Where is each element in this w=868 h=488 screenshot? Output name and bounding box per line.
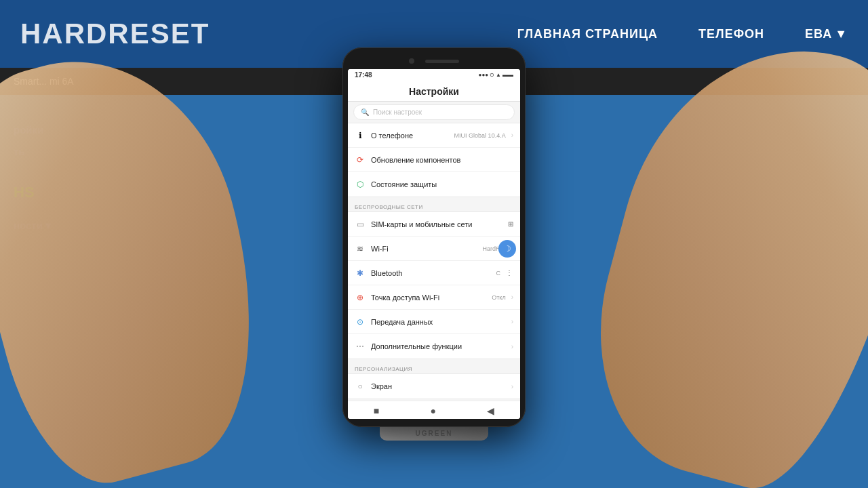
security-label: Состояние защиты [371, 180, 513, 188]
wireless-section-label: БЕСПРОВОДНЫЕ СЕТИ [348, 201, 520, 211]
data-icon: ⊙ [355, 317, 366, 327]
nav-item-1: ГЛАВНАЯ СТРАНИЦА [517, 27, 658, 41]
additional-icon: ⋯ [355, 341, 366, 352]
bluetooth-menu-icon[interactable]: ⋮ [506, 269, 513, 277]
search-placeholder: Поиск настроек [373, 108, 422, 116]
hotspot-item[interactable]: ⊕ Точка доступа Wi-Fi Откл › [348, 285, 520, 310]
screen-label: Экран [371, 382, 506, 390]
screen-arrow: › [511, 383, 513, 390]
website-left-content: ройки ть HS ности ▾ [0, 95, 339, 488]
personalization-section: ПЕРСОНАЛИЗАЦИЯ ○ Экран › [348, 363, 520, 399]
wifi-blue-button[interactable]: ☽ [498, 240, 516, 258]
update-label: Обновление компонентов [371, 156, 513, 164]
search-icon: 🔍 [361, 108, 369, 116]
bluetooth-item[interactable]: ✱ Bluetooth С ⋮ [348, 261, 520, 285]
bluetooth-icon: ✱ [355, 268, 366, 279]
nav-circle-button[interactable]: ● [430, 405, 435, 416]
settings-title: Настройки [409, 86, 459, 97]
phone-top-bar [348, 56, 520, 69]
nav-back-button[interactable]: ◀ [487, 405, 494, 416]
wireless-group: ▭ SIM-карты и мобильные сети ⊞ ≋ Wi-Fi H… [348, 211, 520, 359]
phone-screen: 17:48 ●●● ⊙ ▲ ▬▬ Настройки 🔍 Поиск [348, 69, 520, 419]
nav-item-3: ЕВА ▼ [805, 27, 848, 41]
settings-header: Настройки [348, 81, 520, 102]
nav-square-button[interactable]: ■ [374, 405, 379, 416]
wifi-item[interactable]: ≋ Wi-Fi HardReset. ☽ [348, 237, 520, 261]
about-phone-icon: ℹ [355, 130, 366, 141]
data-label: Передача данных [371, 318, 506, 326]
phone-body: 17:48 ●●● ⊙ ▲ ▬▬ Настройки 🔍 Поиск [342, 47, 526, 427]
status-time: 17:48 [355, 71, 372, 79]
stand-brand-label: UGREEN [380, 427, 488, 437]
settings-screen[interactable]: Настройки 🔍 Поиск настроек ℹ О телефоне … [348, 81, 520, 401]
search-bar[interactable]: 🔍 Поиск настроек [353, 104, 515, 120]
sim-extra-icon: ⊞ [508, 220, 513, 228]
website-nav: ГЛАВНАЯ СТРАНИЦА ТЕЛЕФОН ЕВА ▼ [517, 27, 848, 41]
sim-cards-item[interactable]: ▭ SIM-карты и мобильные сети ⊞ [348, 212, 520, 237]
phone-speaker [425, 60, 459, 63]
phone-container: 17:48 ●●● ⊙ ▲ ▬▬ Настройки 🔍 Поиск [342, 47, 526, 441]
data-arrow: › [511, 318, 513, 325]
about-phone-label: О телефоне [371, 131, 449, 140]
screen-icon: ○ [355, 381, 366, 392]
sim-label: SIM-карты и мобильные сети [371, 220, 513, 228]
additional-functions-item[interactable]: ⋯ Дополнительные функции › [348, 334, 520, 359]
hotspot-icon: ⊕ [355, 292, 366, 303]
website-logo: HARDRESET [20, 18, 210, 50]
personalization-label: ПЕРСОНАЛИЗАЦИЯ [348, 363, 520, 373]
phone-camera [409, 58, 414, 64]
hotspot-arrow: › [511, 293, 513, 301]
hotspot-label: Точка доступа Wi-Fi [371, 293, 486, 302]
data-transfer-item[interactable]: ⊙ Передача данных › [348, 310, 520, 334]
bluetooth-value: С [496, 270, 501, 277]
additional-arrow: › [511, 343, 513, 350]
security-icon: ⬡ [355, 179, 366, 190]
status-bar: 17:48 ●●● ⊙ ▲ ▬▬ [348, 69, 520, 81]
security-status-item[interactable]: ⬡ Состояние защиты [348, 172, 520, 197]
personalization-group: ○ Экран › [348, 373, 520, 399]
bluetooth-label: Bluetooth [371, 269, 491, 277]
website-text-left: ройки ть HS ности ▾ [14, 122, 326, 234]
phone-stand: UGREEN [380, 427, 488, 441]
nav-item-2: ТЕЛЕФОН [698, 27, 764, 41]
about-phone-item[interactable]: ℹ О телефоне MIUI Global 10.4.A › [348, 123, 520, 148]
top-settings-group: ℹ О телефоне MIUI Global 10.4.A › ⟳ Обно… [348, 123, 520, 197]
wifi-icon: ≋ [355, 243, 366, 254]
about-phone-arrow: › [511, 131, 513, 139]
update-icon: ⟳ [355, 155, 366, 165]
additional-label: Дополнительные функции [371, 342, 506, 350]
screen-item[interactable]: ○ Экран › [348, 374, 520, 399]
wireless-section: БЕСПРОВОДНЫЕ СЕТИ ▭ SIM-карты и мобильны… [348, 201, 520, 359]
hotspot-value: Откл [492, 294, 505, 301]
wifi-label: Wi-Fi [371, 245, 477, 253]
sim-icon: ▭ [355, 219, 366, 230]
phone-bottom-nav: ■ ● ◀ [348, 401, 520, 419]
about-phone-value: MIUI Global 10.4.A [454, 132, 506, 139]
status-icons: ●●● ⊙ ▲ ▬▬ [479, 72, 513, 78]
update-components-item[interactable]: ⟳ Обновление компонентов [348, 148, 520, 172]
